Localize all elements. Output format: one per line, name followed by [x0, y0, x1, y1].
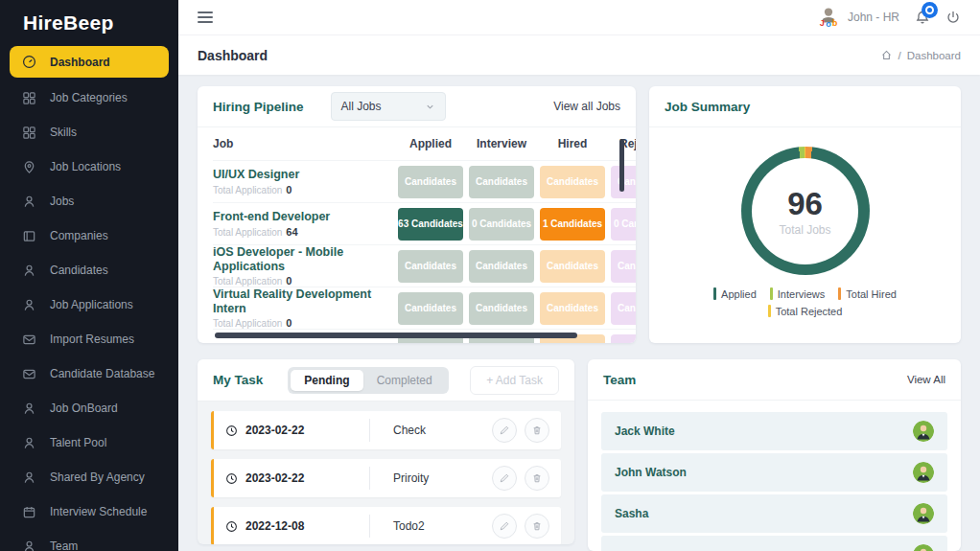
rejected-badge[interactable]: 0 Candidates: [611, 208, 636, 241]
interview-badge[interactable]: 0 Candidates: [469, 208, 534, 241]
total-application-label: Total Application: [213, 185, 282, 195]
task-date: 2023-02-22: [225, 424, 369, 437]
notifications-button[interactable]: [915, 10, 930, 25]
grid-icon: [22, 126, 36, 140]
tab-pending[interactable]: Pending: [291, 370, 362, 391]
sidebar-item-label: Talent Pool: [50, 436, 106, 449]
jobs-filter-value: All Jobs: [341, 100, 382, 113]
sidebar-item-label: Companies: [50, 229, 108, 242]
sidebar-item-interview-schedule[interactable]: Interview Schedule: [10, 494, 169, 529]
home-icon[interactable]: [880, 49, 893, 61]
sidebar-nav: Dashboard Job Categories Skills Job Loca…: [0, 44, 178, 551]
envelope-icon: [22, 333, 36, 347]
sidebar-item-label: Interview Schedule: [50, 505, 147, 518]
legend-item-applied: Applied: [713, 287, 757, 300]
task-name: Check: [393, 424, 426, 437]
legend-item-total-hired: Total Hired: [838, 287, 897, 300]
interview-badge[interactable]: Candidates: [469, 166, 534, 198]
clock-icon: [225, 425, 238, 437]
sidebar-item-job-applications[interactable]: Job Applications: [10, 287, 169, 322]
logout-button[interactable]: [945, 10, 961, 25]
power-icon: [945, 10, 961, 25]
list-item-clipped[interactable]: [601, 536, 947, 551]
list-item[interactable]: Sasha: [601, 494, 947, 533]
job-summary-chart: 96 Total Jobs Applied Interviews Total H…: [649, 127, 961, 317]
col-applied: Applied: [395, 137, 466, 150]
sidebar-item-job-categories[interactable]: Job Categories: [10, 80, 169, 115]
edit-task-button[interactable]: [492, 418, 517, 443]
add-task-button[interactable]: + Add Task: [470, 366, 559, 395]
hiring-pipeline-title: Hiring Pipeline: [213, 100, 304, 114]
sidebar-item-label: Job Categories: [50, 91, 128, 104]
jobs-filter-select[interactable]: All Jobs: [331, 92, 446, 121]
job-link[interactable]: Front-end Developer: [213, 210, 395, 223]
interview-badge[interactable]: Candidates: [469, 292, 534, 325]
team-view-all-link[interactable]: View All: [907, 374, 945, 385]
job-link[interactable]: Virtual Reality Development Intern: [213, 287, 395, 315]
vertical-scrollbar[interactable]: [619, 139, 624, 192]
list-item[interactable]: Jack White: [601, 412, 947, 450]
sidebar-item-skills[interactable]: Skills: [10, 115, 169, 149]
sidebar-item-import-resumes[interactable]: Import Resumes: [10, 322, 169, 356]
hamburger-menu-icon[interactable]: [198, 11, 213, 23]
list-item[interactable]: John Watson: [601, 453, 947, 492]
applied-badge[interactable]: Candidates: [398, 250, 463, 283]
pencil-icon: [499, 472, 510, 484]
edit-task-button[interactable]: [492, 514, 517, 539]
rejected-badge[interactable]: Candidates: [611, 292, 636, 325]
sidebar-item-jobs[interactable]: Jobs: [10, 184, 169, 218]
divider: [369, 515, 370, 538]
user-menu[interactable]: J o b John - HR: [816, 7, 899, 28]
rejected-badge[interactable]: Candidates: [611, 250, 636, 283]
avatar: [913, 544, 934, 551]
brand-logo: HireBeep: [0, 0, 178, 44]
sidebar-item-label: Job Locations: [50, 160, 121, 173]
team-title: Team: [603, 373, 636, 387]
hired-badge[interactable]: Candidates: [540, 292, 605, 325]
hired-badge[interactable]: Candidates: [540, 166, 605, 198]
task-name: Todo2: [393, 519, 425, 533]
sidebar-item-companies[interactable]: Companies: [10, 218, 169, 253]
avatar: J o b: [816, 7, 841, 28]
sidebar-item-label: Candidate Database: [50, 367, 154, 380]
interview-badge[interactable]: Candidates: [469, 250, 534, 283]
sidebar-item-job-onboard[interactable]: Job OnBoard: [10, 391, 169, 425]
breadcrumb-separator: /: [898, 50, 901, 61]
sidebar-item-shared-by-agency[interactable]: Shared By Agency: [10, 460, 169, 494]
sidebar-item-job-locations[interactable]: Job Locations: [10, 149, 169, 184]
job-link[interactable]: UI/UX Designer: [213, 168, 395, 181]
view-all-jobs-link[interactable]: View all Jobs: [553, 100, 620, 113]
donut-chart: 96 Total Jobs: [741, 147, 870, 275]
edit-task-button[interactable]: [492, 466, 517, 491]
task-name: Priroity: [393, 471, 429, 485]
job-summary-card: Job Summary 96 Total Jobs Applied Interv…: [649, 86, 961, 343]
sidebar-item-candidate-database[interactable]: Candidate Database: [10, 356, 169, 391]
sidebar-item-talent-pool[interactable]: Talent Pool: [10, 425, 169, 460]
sidebar-item-dashboard[interactable]: Dashboard: [10, 46, 169, 78]
applied-badge[interactable]: 63 Candidates: [398, 208, 463, 241]
horizontal-scrollbar[interactable]: [215, 333, 577, 338]
applied-badge[interactable]: Candidates: [398, 292, 463, 325]
delete-task-button[interactable]: [525, 514, 549, 539]
job-link[interactable]: iOS Developer - Mobile Applications: [213, 245, 395, 273]
hired-badge[interactable]: Candidates: [540, 250, 605, 283]
map-pin-icon: [22, 160, 36, 174]
my-task-card: My Task Pending Completed + Add Task 202…: [198, 359, 574, 544]
svg-text:b: b: [832, 18, 838, 28]
total-application-label: Total Application: [213, 318, 282, 329]
total-application-label: Total Application: [213, 276, 282, 287]
total-jobs-value: 96: [787, 186, 823, 222]
total-application-value: 0: [286, 317, 292, 329]
breadcrumb-current: Dashboard: [907, 50, 961, 61]
envelope-icon: [22, 367, 36, 381]
hired-badge[interactable]: 1 Candidates: [540, 208, 605, 241]
delete-task-button[interactable]: [525, 418, 549, 443]
tab-completed[interactable]: Completed: [363, 370, 446, 391]
delete-task-button[interactable]: [525, 466, 549, 491]
sidebar-item-candidates[interactable]: Candidates: [10, 253, 169, 287]
total-jobs-label: Total Jobs: [779, 223, 830, 237]
svg-text:J: J: [820, 18, 825, 28]
sidebar-item-team[interactable]: Team: [10, 529, 169, 551]
team-member-name: Jack White: [615, 425, 675, 438]
applied-badge[interactable]: Candidates: [398, 166, 463, 198]
